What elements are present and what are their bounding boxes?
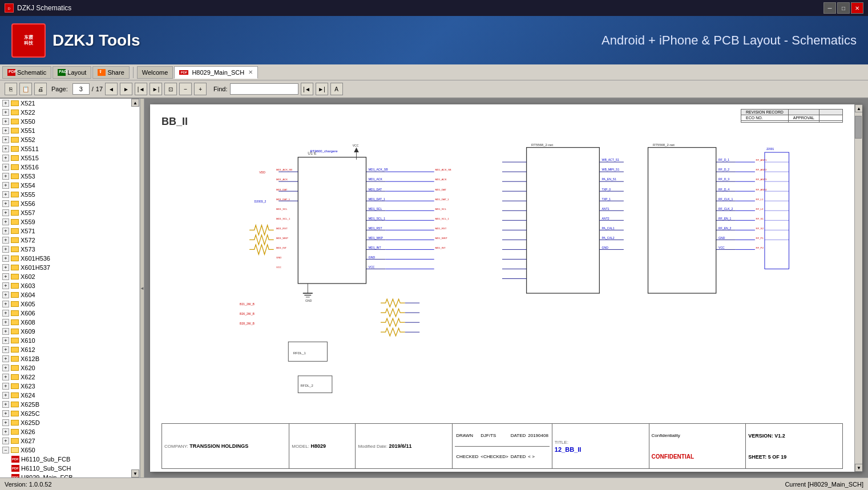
sidebar-item-x622[interactable]: +X622 [0, 372, 131, 382]
tab-schematic[interactable]: PDF Schematic [2, 66, 51, 79]
sidebar-item-label: X608 [21, 319, 35, 326]
sidebar-item-x552[interactable]: +X552 [0, 135, 131, 144]
sidebar-item-x5515[interactable]: +X5515 [0, 153, 131, 163]
vert-scroll-thumb[interactable] [855, 116, 862, 139]
sidebar-item-h8029main_fcb[interactable]: PDFH8029_Main_FCB [0, 473, 131, 477]
sidebar-item-x553[interactable]: +X553 [0, 172, 131, 181]
minimize-button[interactable]: ─ [823, 2, 836, 14]
sidebar-item-x521[interactable]: +X521 [0, 99, 131, 108]
svg-text:RF_EN_2: RF_EN_2 [718, 226, 732, 230]
nav-last-btn[interactable]: ►| [150, 83, 162, 95]
nav-first-btn[interactable]: |◄ [135, 83, 147, 95]
sidebar-item-x573[interactable]: +X573 [0, 245, 131, 254]
tab-share[interactable]: ⇧ Share [92, 66, 129, 79]
sidebar-item-x554[interactable]: +X554 [0, 181, 131, 190]
expand-icon: + [2, 328, 9, 335]
sidebar-item-label: X609 [21, 328, 35, 335]
sidebar-item-x550[interactable]: +X550 [0, 117, 131, 126]
sidebar-item-x609[interactable]: +X609 [0, 327, 131, 336]
sidebar-item-x601h537[interactable]: +X601H537 [0, 263, 131, 272]
expand-icon: + [2, 228, 9, 234]
sidebar-item-x650[interactable]: −X650 [0, 446, 131, 455]
sidebar-item-h6110sub_sch[interactable]: PDFH6110_Sub_SCH [0, 464, 131, 473]
sheet-value: SHEET: 5 OF 19 [748, 454, 840, 460]
find-input[interactable] [230, 83, 298, 95]
sidebar-item-h6110sub_fcb[interactable]: PDFH6110_Sub_FCB [0, 455, 131, 464]
sidebar-scroll-down[interactable]: ▼ [131, 469, 139, 477]
sidebar-item-x623[interactable]: +X623 [0, 382, 131, 391]
sidebar-item-label: X573 [21, 246, 35, 253]
expand-icon: + [2, 401, 9, 408]
sidebar-item-label: X604 [21, 291, 35, 298]
title-bar: D DZKJ Schematics ─ □ ✕ [0, 0, 868, 16]
sidebar-item-x559[interactable]: +X559 [0, 217, 131, 226]
resize-handle[interactable] [140, 99, 144, 477]
nav-zoom-in-btn[interactable]: + [194, 83, 207, 95]
folder-icon [11, 201, 19, 206]
confidential-value: CONFIDENTIAL [652, 453, 744, 460]
svg-text:B26_2W_B: B26_2W_B [240, 312, 255, 315]
sidebar-item-x602[interactable]: +X602 [0, 272, 131, 281]
nav-paste-btn[interactable]: 📋 [19, 83, 32, 95]
title-block: COMPANY: TRANSSION HOLDINGS MODEL: H8029 [162, 423, 843, 469]
expand-icon: + [2, 383, 9, 390]
sidebar-item-x625d[interactable]: +X625D [0, 418, 131, 427]
page-input[interactable] [72, 83, 90, 95]
vert-scroll-up[interactable]: ▲ [855, 104, 862, 112]
tab-welcome[interactable]: Welcome [137, 66, 173, 79]
folder-icon [11, 383, 19, 389]
folder-icon [11, 183, 19, 188]
folder-icon [11, 292, 19, 298]
tab-close-icon[interactable]: ✕ [248, 69, 253, 75]
nav-bm1-btn[interactable]: |◄ [301, 83, 313, 95]
sidebar-item-x612[interactable]: +X612 [0, 345, 131, 354]
folder-icon [11, 374, 19, 380]
sidebar-item-x556[interactable]: +X556 [0, 199, 131, 208]
tab-h8029-main[interactable]: PDF H8029_Main_SCH ✕ [174, 66, 258, 79]
svg-text:MD1_ACK: MD1_ACK [435, 178, 446, 181]
sidebar-item-x608[interactable]: +X608 [0, 318, 131, 327]
sidebar-item-x625b[interactable]: +X625B [0, 400, 131, 409]
tab-layout[interactable]: PADS Layout [53, 66, 91, 79]
sidebar-item-x555[interactable]: +X555 [0, 190, 131, 199]
sidebar-item-x612b[interactable]: +X612B [0, 354, 131, 363]
sidebar-item-x571[interactable]: +X571 [0, 226, 131, 236]
nav-fitpage-btn[interactable]: ⊡ [164, 83, 177, 95]
sidebar-item-x624[interactable]: +X624 [0, 391, 131, 400]
expand-icon: + [2, 164, 9, 171]
sidebar-item-x522[interactable]: +X522 [0, 108, 131, 117]
sidebar-item-x610[interactable]: +X610 [0, 336, 131, 345]
close-button[interactable]: ✕ [851, 2, 863, 14]
version-status: Version: 1.0.0.52 [5, 481, 52, 488]
sidebar-item-x5511[interactable]: +X5511 [0, 144, 131, 153]
sidebar-item-x620[interactable]: +X620 [0, 363, 131, 372]
svg-text:VCC: VCC [718, 246, 725, 249]
sidebar-item-label: X612B [21, 355, 39, 362]
nav-bm3-btn[interactable]: A [330, 83, 343, 95]
nav-prev-btn[interactable]: ◄ [105, 83, 118, 95]
vert-scrollbar[interactable]: ▲ ▼ [854, 104, 862, 472]
sidebar-item-x601h536[interactable]: +X601H536 [0, 254, 131, 263]
sidebar-item-x606[interactable]: +X606 [0, 309, 131, 318]
sidebar-scroll-up[interactable]: ▲ [131, 99, 139, 107]
sidebar-item-x605[interactable]: +X605 [0, 299, 131, 309]
sidebar-item-x5516[interactable]: +X5516 [0, 163, 131, 172]
sidebar-item-x625c[interactable]: +X625C [0, 409, 131, 418]
vert-scroll-down[interactable]: ▼ [855, 464, 862, 472]
nav-print-btn[interactable]: 🖨 [34, 83, 47, 95]
sidebar-item-x604[interactable]: +X604 [0, 290, 131, 299]
nav-bm2-btn[interactable]: ►| [316, 83, 328, 95]
maximize-button[interactable]: □ [837, 2, 850, 14]
sidebar-item-x551[interactable]: +X551 [0, 126, 131, 135]
sidebar-item-x603[interactable]: +X603 [0, 281, 131, 290]
svg-text:GND: GND [305, 299, 312, 302]
nav-copy-btn[interactable]: ⎘ [5, 83, 17, 95]
nav-zoom-out-btn[interactable]: − [179, 83, 192, 95]
sidebar-item-x627[interactable]: +X627 [0, 436, 131, 446]
svg-text:J2001: J2001 [766, 147, 774, 151]
folder-icon [11, 447, 19, 453]
sidebar-item-x557[interactable]: +X557 [0, 208, 131, 217]
nav-next-btn[interactable]: ► [120, 83, 132, 95]
sidebar-item-x572[interactable]: +X572 [0, 236, 131, 245]
sidebar-item-x626[interactable]: +X626 [0, 427, 131, 436]
